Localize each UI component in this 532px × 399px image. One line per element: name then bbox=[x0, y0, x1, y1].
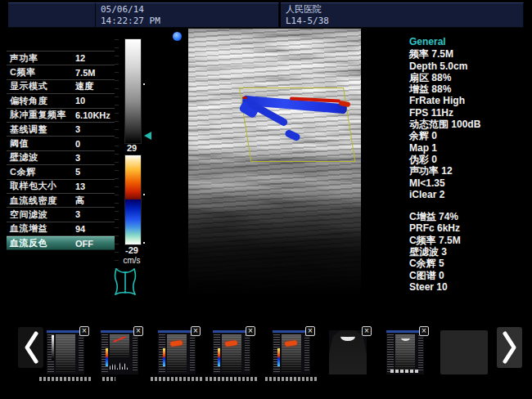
baseline-marker-dot bbox=[143, 194, 145, 195]
thumb-close-button[interactable]: × bbox=[133, 326, 143, 336]
thumb-close-button[interactable]: × bbox=[419, 326, 429, 336]
scan-area bbox=[188, 29, 361, 304]
param-label: 血流线密度 bbox=[10, 195, 57, 207]
depth-shading bbox=[188, 29, 361, 304]
scale-pointer-icon bbox=[144, 132, 151, 140]
thumb-preview bbox=[158, 330, 196, 374]
depth-ticks bbox=[115, 39, 119, 270]
param-row-spatial-filter[interactable]: 空间滤波 3 bbox=[7, 208, 115, 222]
thumb-caption bbox=[205, 377, 258, 381]
thumb-image bbox=[56, 334, 75, 372]
hospital-name: 人民医院 bbox=[286, 4, 518, 16]
param-row-display-mode[interactable]: 显示模式 速度 bbox=[7, 80, 115, 94]
param-row-flow-invert[interactable]: 血流反色 OFF bbox=[7, 236, 115, 250]
body-marker-icon bbox=[110, 265, 141, 298]
velocity-min-label: -29 bbox=[118, 245, 146, 255]
thumbnail[interactable]: × bbox=[440, 330, 488, 374]
thumb-right-text bbox=[79, 335, 83, 371]
strip-next-button[interactable] bbox=[497, 327, 522, 368]
date-text: 05/06/14 bbox=[101, 4, 273, 16]
thumb-right-text bbox=[133, 335, 138, 371]
param-value: 3 bbox=[75, 124, 80, 134]
thumb-right-text bbox=[190, 335, 195, 371]
info-line: Depth 5.0cm bbox=[409, 61, 530, 72]
thumb-caption bbox=[102, 377, 115, 381]
thumb-image bbox=[167, 334, 187, 372]
thumb-convex-arc bbox=[340, 332, 355, 341]
param-row-color-gain[interactable]: 血流增益 94 bbox=[7, 222, 115, 236]
info-line: 壁滤波 3 bbox=[409, 246, 530, 258]
thumbnail[interactable]: × bbox=[213, 330, 250, 374]
probe-model: L14-5/38 bbox=[286, 16, 518, 27]
param-row-color-frequency[interactable]: C频率 7.5M bbox=[7, 65, 115, 79]
thumb-color-bar bbox=[277, 348, 280, 366]
param-row-prf[interactable]: 脉冲重复频率 6.10KHz bbox=[7, 109, 115, 123]
thumb-red-streak bbox=[113, 336, 126, 343]
header-datetime-box: 05/06/14 14:22:27 PM bbox=[96, 2, 279, 28]
thumb-close-button[interactable]: × bbox=[79, 326, 89, 336]
info-line: 余辉 0 bbox=[409, 130, 530, 141]
info-line: 声功率 12 bbox=[409, 165, 530, 177]
param-row-packet-size[interactable]: 取样包大小 13 bbox=[7, 180, 115, 194]
param-row-acoustic-power[interactable]: 声功率 12 bbox=[7, 52, 115, 65]
param-value: 5 bbox=[75, 167, 80, 177]
thumb-close-button[interactable]: × bbox=[246, 326, 255, 336]
thumb-image bbox=[110, 334, 129, 358]
param-value: 94 bbox=[75, 224, 85, 234]
thumb-close-button[interactable]: × bbox=[305, 326, 315, 336]
velocity-unit-label: cm/s bbox=[118, 256, 146, 265]
header-hospital-box: 人民医院 L14-5/38 bbox=[281, 2, 524, 28]
thumb-preview bbox=[273, 330, 310, 374]
thumb-close-button[interactable]: × bbox=[191, 326, 201, 336]
thumb-right-text bbox=[304, 335, 309, 371]
thumb-left-text bbox=[387, 334, 394, 373]
thumb-image bbox=[222, 334, 241, 372]
preset-title: General bbox=[409, 36, 530, 47]
param-label: 血流增益 bbox=[10, 222, 47, 235]
info-line: 扇区 88% bbox=[409, 72, 530, 83]
param-value: 0 bbox=[75, 139, 80, 149]
param-value: 10 bbox=[75, 96, 85, 105]
param-label: 显示模式 bbox=[10, 80, 47, 92]
thumb-color-blob bbox=[225, 340, 238, 347]
thumb-spectrum-wave bbox=[110, 361, 129, 370]
ultrasound-image bbox=[188, 29, 399, 304]
thumbnail[interactable]: × bbox=[329, 330, 367, 374]
thumb-arc bbox=[401, 335, 410, 341]
thumbnail[interactable]: × bbox=[101, 330, 138, 374]
param-label: 脉冲重复频率 bbox=[10, 109, 66, 121]
chevron-right-icon bbox=[501, 330, 519, 365]
info-gap bbox=[409, 200, 530, 211]
parameter-panel: 声功率 12 C频率 7.5M 显示模式 速度 偏转角度 10 脉冲重复频率 6… bbox=[7, 51, 115, 250]
thumb-preview bbox=[213, 330, 250, 374]
param-row-steer-angle[interactable]: 偏转角度 10 bbox=[7, 94, 115, 108]
grayscale-bar bbox=[124, 38, 142, 144]
thumb-preview bbox=[386, 330, 424, 374]
thumbnail[interactable]: × bbox=[47, 330, 84, 374]
gray-bar-marker-dot bbox=[143, 83, 145, 85]
thumbnail[interactable]: × bbox=[273, 330, 310, 374]
param-row-baseline[interactable]: 基线调整 3 bbox=[7, 123, 115, 137]
param-row-line-density[interactable]: 血流线密度 高 bbox=[7, 194, 115, 208]
thumb-close-button[interactable]: × bbox=[362, 326, 372, 336]
thumb-preview bbox=[440, 330, 488, 374]
thumb-right-text bbox=[245, 335, 250, 371]
param-value: 高 bbox=[75, 195, 84, 207]
info-line: Steer 10 bbox=[409, 281, 530, 293]
param-row-wall-filter[interactable]: 壁滤波 3 bbox=[7, 151, 115, 165]
param-row-threshold[interactable]: 阈值 0 bbox=[7, 137, 115, 150]
param-row-color-persistence[interactable]: C余辉 5 bbox=[7, 165, 115, 179]
param-value: 12 bbox=[75, 53, 85, 63]
thumb-caption bbox=[151, 377, 203, 381]
info-line: 动态范围 100dB bbox=[409, 119, 530, 130]
thumb-caption bbox=[265, 377, 318, 381]
thumbnail[interactable]: × bbox=[386, 330, 424, 374]
strip-prev-button[interactable] bbox=[18, 327, 43, 368]
info-line: iClear 2 bbox=[409, 189, 530, 200]
thumb-color-bar bbox=[106, 348, 108, 366]
param-label: 取样包大小 bbox=[10, 180, 57, 192]
thumbnail[interactable]: × bbox=[158, 330, 196, 374]
param-value: 13 bbox=[75, 182, 85, 191]
info-line: FrRate High bbox=[409, 95, 530, 106]
thumb-right-text bbox=[418, 335, 423, 371]
